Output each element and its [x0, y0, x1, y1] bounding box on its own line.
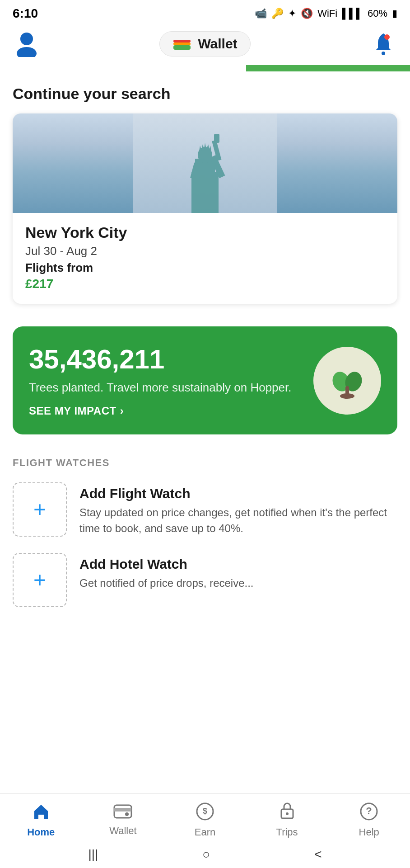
plus-icon: +	[33, 499, 46, 520]
search-card-body: New York City Jul 30 - Aug 2 Flights fro…	[13, 213, 397, 304]
svg-rect-3	[173, 42, 191, 45]
earn-icon: $	[196, 802, 214, 824]
svg-rect-2	[173, 40, 191, 42]
svg-rect-4	[173, 45, 191, 50]
tab-help[interactable]: ? Help	[342, 802, 396, 838]
flight-watch-icon-box: +	[13, 482, 67, 537]
hotel-watch-title: Add Hotel Watch	[79, 557, 397, 572]
top-navigation: Wallet	[0, 25, 410, 65]
tab-wallet[interactable]: Wallet	[96, 803, 150, 837]
flights-from-label: Flights from	[25, 261, 385, 275]
wallet-pill-label: Wallet	[198, 36, 237, 52]
trees-planted-banner[interactable]: 35,436,211 Trees planted. Travel more su…	[13, 326, 397, 434]
bottom-area: Home Wallet $ Earn	[0, 793, 410, 868]
hotel-watch-text: Add Hotel Watch Get notified of price dr…	[79, 553, 397, 591]
signal-icon: ▌▌▌	[342, 8, 363, 19]
home-icon	[32, 802, 51, 824]
trees-count: 35,436,211	[29, 344, 300, 375]
see-impact-arrow: ›	[120, 405, 124, 417]
bluetooth-icon: ✦	[288, 8, 296, 19]
see-impact-label: SEE MY IMPACT	[29, 405, 116, 417]
svg-point-0	[20, 33, 33, 45]
battery-icon: ▮	[392, 8, 397, 19]
video-icon: 📹	[255, 8, 267, 19]
trees-icon-circle	[313, 347, 381, 415]
system-back-button[interactable]: <	[314, 847, 321, 862]
main-content: Continue your search	[0, 76, 410, 714]
trips-icon	[278, 802, 297, 824]
hotel-watch-description: Get notified of price drops, receive...	[79, 576, 397, 591]
mute-icon: 🔇	[301, 8, 313, 19]
travel-dates: Jul 30 - Aug 2	[25, 244, 385, 258]
system-home-button[interactable]: ○	[202, 847, 210, 862]
trees-content: 35,436,211 Trees planted. Travel more su…	[29, 344, 300, 417]
hotel-watch-icon-box: +	[13, 553, 67, 607]
continue-search-title: Continue your search	[13, 85, 397, 103]
svg-rect-26	[114, 808, 131, 811]
svg-text:?: ?	[366, 805, 372, 816]
help-icon: ?	[359, 802, 378, 824]
help-tab-label: Help	[359, 826, 379, 838]
wallet-icon	[113, 803, 132, 822]
status-bar: 6:10 📹 🔑 ✦ 🔇 WiFi ▌▌▌ 60% ▮	[0, 0, 410, 25]
destination-name: New York City	[25, 224, 385, 241]
flight-watch-title: Add Flight Watch	[79, 486, 397, 501]
home-tab-label: Home	[27, 826, 55, 838]
profile-avatar[interactable]	[13, 30, 41, 58]
add-flight-watch-item[interactable]: + Add Flight Watch Stay updated on price…	[13, 482, 397, 537]
wallet-tab-label: Wallet	[109, 825, 136, 837]
flight-watches-section-label: FLIGHT WATCHES	[13, 457, 397, 469]
wallet-pill[interactable]: Wallet	[159, 31, 250, 57]
trees-description: Trees planted. Travel more sustainably o…	[29, 379, 300, 396]
battery-label: 60%	[368, 8, 387, 19]
system-navigation-bar: ||| ○ <	[0, 843, 410, 868]
flight-watch-description: Stay updated on price changes, get notif…	[79, 505, 397, 537]
see-impact-button[interactable]: SEE MY IMPACT ›	[29, 405, 300, 417]
tab-trips[interactable]: Trips	[260, 802, 314, 838]
status-icons: 📹 🔑 ✦ 🔇 WiFi ▌▌▌ 60% ▮	[255, 8, 397, 19]
svg-point-5	[382, 52, 385, 55]
svg-point-24	[340, 393, 354, 399]
destination-image	[13, 113, 397, 213]
search-card[interactable]: New York City Jul 30 - Aug 2 Flights fro…	[13, 113, 397, 304]
wifi-icon: WiFi	[317, 8, 337, 19]
svg-point-31	[286, 812, 289, 815]
price-value: £217	[25, 277, 385, 291]
flight-watch-text: Add Flight Watch Stay updated on price c…	[79, 482, 397, 537]
earn-tab-label: Earn	[195, 826, 215, 838]
status-time: 6:10	[13, 6, 38, 21]
svg-point-6	[384, 34, 390, 40]
svg-text:$: $	[203, 807, 207, 816]
system-menu-button[interactable]: |||	[88, 847, 98, 862]
progress-bar-hint	[0, 65, 410, 71]
tab-earn[interactable]: $ Earn	[178, 802, 232, 838]
add-hotel-watch-item[interactable]: + Add Hotel Watch Get notified of price …	[13, 553, 397, 607]
bottom-tabs: Home Wallet $ Earn	[0, 793, 410, 843]
key-icon: 🔑	[271, 8, 284, 19]
hotel-plus-icon: +	[33, 569, 46, 591]
svg-point-1	[17, 47, 37, 57]
trips-tab-label: Trips	[276, 826, 298, 838]
tab-home[interactable]: Home	[14, 802, 68, 838]
notifications-button[interactable]	[369, 30, 397, 58]
svg-point-27	[125, 812, 129, 816]
svg-rect-14	[214, 134, 219, 143]
